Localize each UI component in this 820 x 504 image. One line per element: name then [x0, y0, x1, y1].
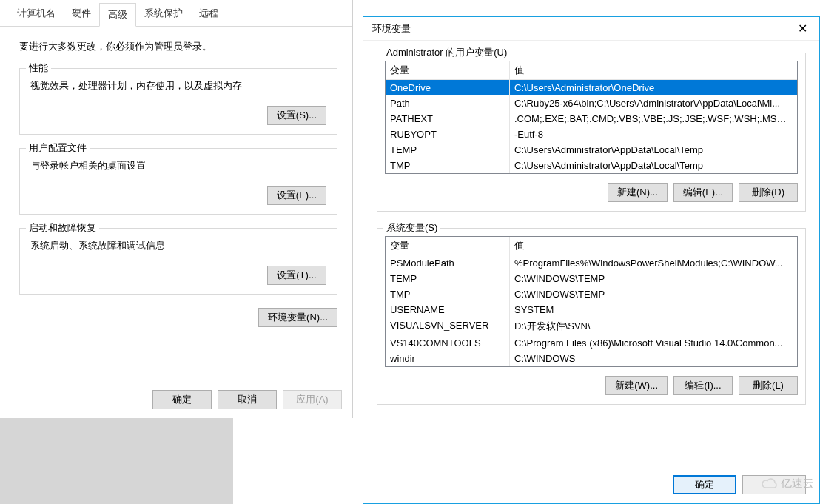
- var-value: C:\Users\Administrator\AppData\Local\Tem…: [510, 142, 797, 158]
- var-name: TEMP: [386, 271, 510, 286]
- table-row[interactable]: PSModulePath%ProgramFiles%\WindowsPowerS…: [386, 255, 797, 271]
- var-value: C:\Ruby25-x64\bin;C:\Users\Administrator…: [510, 95, 797, 111]
- var-value: C:\Program Files (x86)\Microsoft Visual …: [510, 335, 797, 351]
- table-row[interactable]: TMPC:\WINDOWS\TEMP: [386, 286, 797, 302]
- table-row[interactable]: TMPC:\Users\Administrator\AppData\Local\…: [386, 158, 797, 173]
- col-value[interactable]: 值: [510, 61, 797, 79]
- table-row[interactable]: windirC:\WINDOWS: [386, 351, 797, 366]
- sys-vars-legend: 系统变量(S): [383, 221, 440, 235]
- sys-new-button[interactable]: 新建(W)...: [605, 376, 668, 395]
- env-ok-button[interactable]: 确定: [673, 475, 736, 494]
- advanced-tab-content: 要进行大多数更改，你必须作为管理员登录。 性能 视觉效果，处理器计划，内存使用，…: [0, 27, 352, 335]
- var-name: USERNAME: [386, 302, 510, 317]
- var-name: TMP: [386, 286, 510, 302]
- var-name: PSModulePath: [386, 255, 510, 271]
- userprofile-group: 用户配置文件 与登录帐户相关的桌面设置 设置(E)...: [19, 148, 337, 215]
- var-name: windir: [386, 351, 510, 366]
- sys-vars-table[interactable]: 变量 值 PSModulePath%ProgramFiles%\WindowsP…: [385, 236, 798, 367]
- var-value: %ProgramFiles%\WindowsPowerShell\Modules…: [510, 255, 797, 271]
- var-value: SYSTEM: [510, 302, 797, 317]
- var-value: C:\Users\Administrator\OneDrive: [510, 80, 797, 95]
- user-new-button[interactable]: 新建(N)...: [608, 183, 668, 202]
- startup-desc: 系统启动、系统故障和调试信息: [30, 239, 326, 252]
- table-row[interactable]: USERNAMESYSTEM: [386, 302, 797, 317]
- apply-button: 应用(A): [283, 390, 342, 409]
- var-name: OneDrive: [386, 80, 510, 95]
- table-row[interactable]: VISUALSVN_SERVERD:\开发软件\SVN\: [386, 317, 797, 335]
- dialog-buttons: 确定 取消 应用(A): [152, 390, 342, 409]
- admin-notice: 要进行大多数更改，你必须作为管理员登录。: [19, 40, 337, 53]
- close-icon[interactable]: ✕: [786, 17, 819, 41]
- var-name: RUBYOPT: [386, 127, 510, 142]
- table-row[interactable]: TEMPC:\Users\Administrator\AppData\Local…: [386, 142, 797, 158]
- system-properties-dialog: 计算机名 硬件 高级 系统保护 远程 要进行大多数更改，你必须作为管理员登录。 …: [0, 0, 353, 418]
- user-vars-legend: Administrator 的用户变量(U): [383, 46, 510, 59]
- var-name: TMP: [386, 158, 510, 173]
- startup-group: 启动和故障恢复 系统启动、系统故障和调试信息 设置(T)...: [19, 228, 337, 295]
- var-value: -Eutf-8: [510, 127, 797, 142]
- userprofile-legend: 用户配置文件: [26, 141, 90, 155]
- col-variable[interactable]: 变量: [386, 61, 510, 79]
- env-variables-dialog: 环境变量 ✕ Administrator 的用户变量(U) 变量 值 OneDr…: [363, 16, 820, 504]
- col-variable[interactable]: 变量: [386, 237, 510, 255]
- userprofile-settings-button[interactable]: 设置(E)...: [267, 186, 326, 205]
- sys-delete-button[interactable]: 删除(L): [739, 376, 798, 395]
- sys-vars-group: 系统变量(S) 变量 值 PSModulePath%ProgramFiles%\…: [377, 228, 806, 405]
- table-row[interactable]: OneDriveC:\Users\Administrator\OneDrive: [386, 80, 797, 95]
- var-name: TEMP: [386, 142, 510, 158]
- tab-strip: 计算机名 硬件 高级 系统保护 远程: [0, 0, 352, 27]
- table-row[interactable]: PathC:\Ruby25-x64\bin;C:\Users\Administr…: [386, 95, 797, 111]
- tab-systemprotection[interactable]: 系统保护: [136, 2, 191, 26]
- user-vars-table[interactable]: 变量 值 OneDriveC:\Users\Administrator\OneD…: [385, 61, 798, 174]
- userprofile-desc: 与登录帐户相关的桌面设置: [30, 159, 326, 172]
- env-cancel-button[interactable]: [742, 475, 806, 494]
- var-name: VS140COMNTOOLS: [386, 335, 510, 351]
- var-name: VISUALSVN_SERVER: [386, 317, 510, 335]
- ok-button[interactable]: 确定: [152, 390, 212, 409]
- tab-computername[interactable]: 计算机名: [9, 2, 64, 26]
- user-vars-group: Administrator 的用户变量(U) 变量 值 OneDriveC:\U…: [377, 53, 806, 212]
- startup-settings-button[interactable]: 设置(T)...: [267, 266, 326, 285]
- env-title-text: 环境变量: [372, 17, 411, 41]
- performance-settings-button[interactable]: 设置(S)...: [267, 106, 326, 125]
- env-titlebar: 环境变量 ✕: [363, 17, 819, 41]
- performance-legend: 性能: [26, 61, 51, 75]
- sys-vars-header: 变量 值: [386, 237, 797, 255]
- background-slab: [0, 418, 233, 504]
- var-value: C:\Users\Administrator\AppData\Local\Tem…: [510, 158, 797, 173]
- col-value[interactable]: 值: [510, 237, 797, 255]
- performance-desc: 视觉效果，处理器计划，内存使用，以及虚拟内存: [30, 79, 326, 93]
- tab-advanced[interactable]: 高级: [99, 3, 136, 27]
- var-name: Path: [386, 95, 510, 111]
- var-value: C:\WINDOWS\TEMP: [510, 271, 797, 286]
- table-row[interactable]: VS140COMNTOOLSC:\Program Files (x86)\Mic…: [386, 335, 797, 351]
- tab-hardware[interactable]: 硬件: [64, 2, 99, 26]
- var-name: PATHEXT: [386, 111, 510, 127]
- tab-remote[interactable]: 远程: [191, 2, 226, 26]
- var-value: C:\WINDOWS: [510, 351, 797, 366]
- var-value: D:\开发软件\SVN\: [510, 317, 797, 335]
- table-row[interactable]: PATHEXT.COM;.EXE;.BAT;.CMD;.VBS;.VBE;.JS…: [386, 111, 797, 127]
- var-value: .COM;.EXE;.BAT;.CMD;.VBS;.VBE;.JS;.JSE;.…: [510, 111, 797, 127]
- user-delete-button[interactable]: 删除(D): [739, 183, 798, 202]
- env-variables-button[interactable]: 环境变量(N)...: [258, 308, 337, 327]
- table-row[interactable]: TEMPC:\WINDOWS\TEMP: [386, 271, 797, 286]
- cancel-button[interactable]: 取消: [218, 390, 277, 409]
- var-value: C:\WINDOWS\TEMP: [510, 286, 797, 302]
- user-edit-button[interactable]: 编辑(E)...: [673, 183, 733, 202]
- sys-edit-button[interactable]: 编辑(I)...: [673, 376, 733, 395]
- user-vars-header: 变量 值: [386, 61, 797, 80]
- startup-legend: 启动和故障恢复: [26, 221, 99, 235]
- table-row[interactable]: RUBYOPT-Eutf-8: [386, 127, 797, 142]
- performance-group: 性能 视觉效果，处理器计划，内存使用，以及虚拟内存 设置(S)...: [19, 68, 337, 135]
